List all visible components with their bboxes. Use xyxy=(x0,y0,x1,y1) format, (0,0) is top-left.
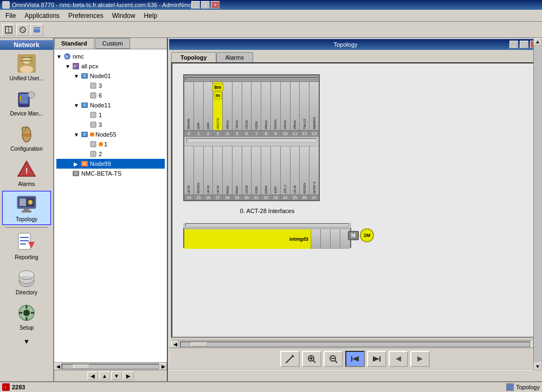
tree-node-node55[interactable]: ▼ Node55 xyxy=(56,130,165,139)
tree-node-node55-1[interactable]: 1 xyxy=(56,139,165,149)
node01-6-icon xyxy=(89,91,98,100)
tree-nav-up[interactable]: ▲ xyxy=(99,371,110,380)
sidebar-item-configuration[interactable]: Configuration xyxy=(2,120,51,155)
zoom-out-button[interactable] xyxy=(324,351,343,367)
vscroll-down[interactable]: ▼ xyxy=(534,363,541,370)
badges-container: M 1M xyxy=(348,228,374,242)
directory-icon xyxy=(16,267,37,288)
scroll-thumb[interactable] xyxy=(73,364,89,369)
scroll-track[interactable] xyxy=(62,364,159,369)
sidebar-item-reporting[interactable]: Reporting xyxy=(2,229,51,263)
tree-tab-custom[interactable]: Custom xyxy=(95,38,130,49)
maximize-button[interactable]: □ xyxy=(201,1,210,9)
minimize-button[interactable]: _ xyxy=(191,1,200,9)
node55-2-icon xyxy=(89,150,98,158)
configuration-icon xyxy=(16,123,37,145)
sidebar-item-alarms[interactable]: ! Alarms xyxy=(2,156,51,190)
tree-arrow-node55[interactable]: ▼ xyxy=(74,132,80,138)
vscrollbar[interactable]: ▲ ▼ xyxy=(533,38,542,370)
tree-node-node11-3[interactable]: 3 xyxy=(56,120,165,130)
menu-window[interactable]: Window xyxy=(108,11,140,21)
tree-node-node55-2[interactable]: 2 xyxy=(56,149,165,159)
tree-content[interactable]: ▼ N nmc ▼ P all pcx ▼ xyxy=(54,49,167,362)
window-controls[interactable]: _ □ × xyxy=(191,1,220,9)
tree-node-node11-1[interactable]: 1 xyxy=(56,110,165,120)
toolbar-btn-2[interactable] xyxy=(16,24,29,36)
svg-rect-30 xyxy=(22,210,31,213)
sidebar-item-device-man[interactable]: Device Man... xyxy=(2,85,51,119)
menu-applications[interactable]: Applications xyxy=(20,11,64,21)
bottom-slot-mini: intmgd3 xyxy=(184,229,350,247)
tree-arrow-node11[interactable]: ▼ xyxy=(74,102,80,108)
topo-scroll-track[interactable] xyxy=(180,342,530,347)
tree-tab-standard[interactable]: Standard xyxy=(54,38,94,49)
slot-numbers-bottom: 14 15 16 17 18 19 20 21 22 23 24 xyxy=(184,195,319,200)
topo-restore-btn[interactable]: □ xyxy=(520,41,528,48)
topology-window: Topology _ □ × Topology Alarms xyxy=(168,38,542,370)
svg-line-74 xyxy=(286,362,287,363)
setup-label: Setup xyxy=(20,325,34,331)
topo-scroll-thumb[interactable] xyxy=(191,342,208,346)
bottom-chassis-container: intmgd3 xyxy=(183,223,351,248)
tree-node-node01-3[interactable]: 3 xyxy=(56,81,165,91)
device-man-icon xyxy=(16,88,37,110)
bottom-chassis: intmgd3 xyxy=(183,223,351,248)
topo-minimize-btn[interactable]: _ xyxy=(509,41,518,48)
toolbar-btn-1[interactable] xyxy=(2,24,15,36)
node55-1-icon xyxy=(89,140,98,149)
draw-button[interactable] xyxy=(280,351,300,367)
reporting-icon xyxy=(16,232,37,253)
topo-scroll-left[interactable]: ◀ xyxy=(171,340,179,348)
intmgd3-label: intmgd3 xyxy=(289,236,308,242)
close-button[interactable]: × xyxy=(211,1,220,9)
tree-node-nmc-beta[interactable]: NMC-BETA-TS xyxy=(56,169,165,178)
menu-preferences[interactable]: Preferences xyxy=(64,11,108,21)
svg-point-42 xyxy=(23,310,30,316)
prev-page-button[interactable] xyxy=(389,351,408,367)
directory-label: Directory xyxy=(16,290,37,295)
sidebar-item-setup[interactable]: Setup xyxy=(2,299,51,333)
sidebar-item-topology[interactable]: Topology xyxy=(2,191,51,225)
vscroll-up[interactable]: ▲ xyxy=(534,38,541,46)
next-page-button[interactable] xyxy=(410,351,430,367)
sidebar-item-unified-user[interactable]: Unified User... xyxy=(2,50,51,84)
menu-help[interactable]: Help xyxy=(139,11,162,21)
svg-marker-82 xyxy=(352,356,359,362)
topo-tab-alarms[interactable]: Alarms xyxy=(216,52,253,62)
svg-rect-51 xyxy=(81,73,88,79)
tree-nav-right[interactable]: ▶ xyxy=(123,371,134,380)
scroll-left-arrow[interactable]: ◀ xyxy=(54,363,62,370)
tree-node-node01-6[interactable]: 6 xyxy=(56,91,165,100)
zoom-in-button[interactable] xyxy=(302,351,321,367)
app-icon xyxy=(2,1,10,9)
tree-nav-down[interactable]: ▼ xyxy=(111,371,122,380)
sidebar-scroll-down[interactable]: ▼ xyxy=(22,337,31,346)
scroll-right-arrow[interactable]: ▶ xyxy=(159,363,167,370)
main-layout: Network Unified User... xyxy=(0,38,542,381)
tree-arrow-allpcx[interactable]: ▼ xyxy=(65,63,72,69)
tree-node-node01[interactable]: ▼ Node01 xyxy=(56,71,165,81)
tree-arrow-node01[interactable]: ▼ xyxy=(74,73,80,79)
toolbar-btn-3[interactable] xyxy=(30,24,43,36)
tree-label-nmc-beta: NMC-BETA-TS xyxy=(81,170,121,177)
menu-file[interactable]: File xyxy=(1,11,20,21)
tree-node-all-pcx[interactable]: ▼ P all pcx xyxy=(56,61,165,71)
tree-horizontal-scrollbar[interactable]: ◀ ▶ xyxy=(54,362,167,370)
tree-arrow-node99[interactable]: ▶ xyxy=(74,161,80,167)
tree-panel: Standard Custom ▼ N nmc ▼ P all pcx xyxy=(54,38,168,381)
tree-nav-left[interactable]: ◀ xyxy=(87,371,98,380)
forward-button[interactable] xyxy=(367,351,386,367)
node11-1-icon xyxy=(89,111,98,119)
tree-node-node99[interactable]: ▶ Node99 xyxy=(56,159,165,169)
topo-hscroll[interactable]: ◀ ▶ xyxy=(171,340,539,348)
topology-view[interactable]: INTIPA GPA GPA DECT8 xyxy=(171,62,539,338)
svg-text:P: P xyxy=(74,64,76,69)
topo-tab-topology[interactable]: Topology xyxy=(171,52,216,62)
sidebar-item-directory[interactable]: Directory xyxy=(2,264,51,298)
tree-node-node11[interactable]: ▼ Node11 xyxy=(56,100,165,110)
back-button[interactable] xyxy=(345,351,365,367)
svg-rect-26 xyxy=(20,198,26,206)
nmc-beta-icon xyxy=(72,169,80,178)
tree-arrow-nmc[interactable]: ▼ xyxy=(56,54,63,60)
tree-node-nmc[interactable]: ▼ N nmc xyxy=(56,52,165,61)
